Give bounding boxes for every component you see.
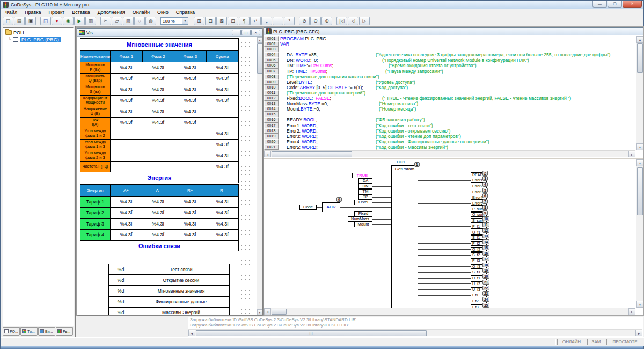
message-log[interactable]: Загрузка библиотеки 'D:\Soft\3S CoDeSys … [188,317,643,337]
code-line[interactable]: 0010Code: ARRAY [0..5] OF BYTE := 6(1);(… [264,85,635,90]
zoom-select[interactable]: 100 %▼ [160,17,188,25]
vis-vscrollbar[interactable]: ▲ ▼ [257,37,262,315]
log-hscrollbar[interactable]: ◄ ► [188,329,642,336]
new-file-icon[interactable]: ▢ [3,17,13,25]
tab-Ре...[interactable]: Ре... [56,327,73,336]
order-before-icon[interactable]: ⊖ [310,17,321,25]
cfc-output-icon[interactable]: ⊠ [216,17,227,25]
input-Mount[interactable]: Mount [354,222,372,227]
code-line[interactable]: 0012Fixed:BOOL:=FALSE;(" TRUE - Чтение ф… [264,96,635,101]
cfc-comment-icon[interactable]: „ [261,17,272,25]
tree-item[interactable]: └PLC_PRG (PRG) [3,36,73,43]
order-topdown-icon[interactable]: ⊜ [299,17,310,25]
vis-window[interactable]: Vis — ▢ ✕ Мгновенные значения Наименован… [77,28,262,315]
scroll-down-icon[interactable]: ▼ [257,309,262,315]
order-after-icon[interactable]: ⊕ [321,17,332,25]
code-line[interactable]: 0017Error1: WORD;("Код ошибки - тест свя… [264,123,635,128]
tab-Ти...[interactable]: Ти... [20,327,38,336]
code-line[interactable]: 0019Error3: WORD;("Код ошибки - чтение д… [264,134,635,139]
getparam-block[interactable]: GetParam [391,165,418,308]
input-code[interactable]: Code [299,205,317,210]
maximize-button[interactable]: ▢ [608,1,622,8]
input-Level[interactable]: Level [354,200,372,205]
menu-Файл[interactable]: Файл [2,10,21,15]
code-line[interactable]: 0014Mount:BYTE:=0;("Номер месяца") [264,106,635,112]
cfc-input-icon[interactable]: ⊟ [205,17,216,25]
menu-Окно[interactable]: Окно [153,10,172,15]
download-plc-icon[interactable]: ◱ [40,17,51,25]
input-Fixed[interactable]: Fixed [354,211,372,216]
declaration-editor[interactable]: 0001PROGRAM PLC_PRG0002VAR00030004DA: BY… [264,36,635,150]
code-line[interactable]: 0006TM: TIME:=T#5000ms;("Время ожидания … [264,63,635,68]
tab-Ви...[interactable]: Ви... [38,327,55,336]
print-icon[interactable]: ▥ [85,17,96,25]
scroll-thumb[interactable] [637,167,643,215]
editor-window[interactable]: PLC_PRG (PRG-CFC) 0001PROGRAM PLC_PRG000… [264,27,643,315]
tree-root[interactable]: POU [3,29,73,36]
copy-icon[interactable]: ▱ [112,17,122,25]
save-file-icon[interactable]: ▣ [25,17,36,25]
scroll-thumb[interactable] [637,43,643,73]
scroll-thumb[interactable] [272,309,287,315]
scroll-down-icon[interactable]: ▼ [636,301,643,308]
code-line[interactable]: 0021Error5: WORD;("Код ошибки - Массивы … [264,144,635,150]
scroll-right-icon[interactable]: ► [628,308,635,315]
cfc-label-icon[interactable]: ¶ [239,17,250,25]
scroll-thumb[interactable] [257,43,262,74]
run-icon[interactable]: ▶ [74,17,85,25]
cut-icon[interactable]: ✂ [100,17,111,25]
scroll-right-icon[interactable]: ► [635,330,642,337]
input-NumMass[interactable]: NumMass [348,216,372,222]
code-line[interactable]: 0001PROGRAM PLC_PRG [264,36,635,41]
scroll-down-icon[interactable]: ▼ [636,143,643,150]
scroll-up-icon[interactable]: ▲ [636,36,643,43]
code-line[interactable]: 0005DN: WORD:=0;("Порядковый номер Unive… [264,57,635,63]
paste-icon[interactable]: ▨ [123,17,134,25]
menu-Вставка[interactable]: Вставка [68,10,93,15]
code-line[interactable]: 0015 [264,112,635,117]
find-icon[interactable]: ◌ [134,17,145,25]
vis-maximize-button[interactable]: ▢ [241,30,251,35]
adr-block[interactable]: ADR [322,202,340,212]
editor-titlebar[interactable]: PLC_PRG (PRG-CFC) [264,28,643,35]
scroll-up-icon[interactable]: ▲ [257,37,262,43]
code-line[interactable]: 0011("Переменные для запроса энергий") [264,90,635,96]
decl-hscrollbar[interactable]: ◄ ► [264,150,635,157]
stop-icon[interactable]: ● [52,17,62,25]
cfc-vscrollbar[interactable]: ▲ ▼ [636,159,643,308]
scroll-left-icon[interactable]: ◄ [264,308,271,315]
nav-prev-icon[interactable]: ◁ [348,17,358,25]
cfc-editor[interactable]: DD1GetParam1TRUEDADNTMTPLevelCodeADR0Fix… [264,159,635,308]
cfc-connect-icon[interactable]: — [273,17,283,25]
code-line[interactable]: 0013NumMass:BYTE:=0;("Номер массива") [264,101,635,106]
code-line[interactable]: 0008("Переменные для открытия канала свя… [264,74,635,79]
open-file-icon[interactable]: ▤ [14,17,25,25]
input-DA[interactable]: DA [358,178,372,184]
vis-minimize-button[interactable]: — [232,30,241,35]
find-next-icon[interactable]: ◍ [145,17,156,25]
cfc-hscrollbar[interactable]: ◄ ► [264,308,635,315]
cfc-box-icon[interactable]: ⊞ [194,17,204,25]
code-line[interactable]: 0020Error4: WORD;("Код ошибки - Фиксиров… [264,139,635,144]
scroll-thumb[interactable] [272,151,352,157]
code-line[interactable]: 0009Level:BYTE;("Уровеь доступа") [264,79,635,85]
code-line[interactable]: 0007TP: TIME:=T#50ms;("Пауза между запро… [264,69,635,74]
input-TP[interactable]: TP [358,194,372,200]
scroll-left-icon[interactable]: ◄ [188,330,195,337]
cfc-jump-icon[interactable]: ⊡ [228,17,238,25]
vis-canvas[interactable]: Мгновенные значения НаименованиеФаза-1Фа… [77,37,257,315]
cfc-set-icon[interactable]: ˢ [284,17,295,25]
decl-vscrollbar[interactable]: ▲ ▼ [636,36,643,150]
code-line[interactable]: 0003 [264,47,635,52]
cfc-return-icon[interactable]: ↵ [250,17,261,25]
tab-РО...[interactable]: РО... [3,327,20,336]
code-line[interactable]: 0016READY:BOOL;("ФБ закончил работу") [264,117,635,122]
titlebar[interactable]: CoDeSys - PLC110-M + Mercury.pro — ▢ ✕ [1,1,643,9]
nav-first-icon[interactable]: |◁ [336,17,347,25]
vis-titlebar[interactable]: Vis — ▢ ✕ [77,29,262,37]
scroll-thumb[interactable] [196,330,427,336]
code-line[interactable]: 0002VAR [264,41,635,47]
minimize-button[interactable]: — [592,1,607,8]
menu-Дополнения[interactable]: Дополнения [94,10,129,15]
menu-Справка[interactable]: Справка [172,10,199,15]
